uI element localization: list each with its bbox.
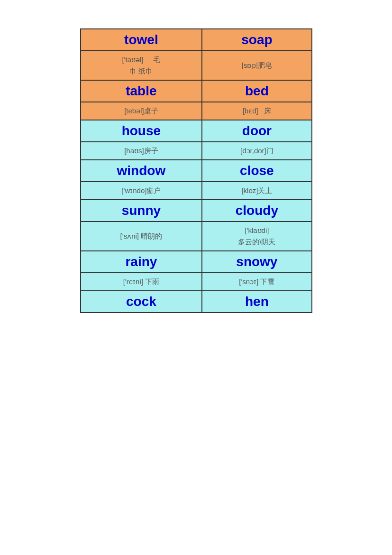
word-cell-left: towel [81, 29, 202, 51]
phonetic-cell-left: ['reɪni] 下雨 [81, 273, 202, 291]
phonetic-cell-right: [bɛd] 床 [202, 102, 311, 120]
word-cell-right: close [202, 160, 311, 182]
word-cell-left: cock [81, 291, 202, 313]
phonetic-cell-right: [sɒp]肥皂 [202, 51, 311, 80]
word-cell-right: door [202, 120, 311, 142]
word-cell-right: bed [202, 80, 311, 102]
word-cell-right: cloudy [202, 200, 311, 222]
phonetic-cell-left: ['sʌni] 晴朗的 [81, 222, 202, 251]
word-cell-left: window [81, 160, 202, 182]
word-cell-right: snowy [202, 251, 311, 273]
phonetic-cell-right: ['klaʊdi]多云的\阴天 [202, 222, 311, 251]
phonetic-cell-right: [kloz]关上 [202, 182, 311, 200]
word-cell-left: rainy [81, 251, 202, 273]
phonetic-cell-right: ['snɔɪ] 下雪 [202, 273, 311, 291]
vocabulary-table: towel soap ['taʊəl] 毛巾 纸巾 [sɒp]肥皂 table … [80, 28, 312, 313]
phonetic-cell-left: [haʊs]房子 [81, 142, 202, 160]
phonetic-cell-left: ['wɪndo]窗户 [81, 182, 202, 200]
word-cell-left: table [81, 80, 202, 102]
phonetic-cell-left: ['taʊəl] 毛巾 纸巾 [81, 51, 202, 80]
phonetic-cell-left: [tebəl]桌子 [81, 102, 202, 120]
phonetic-cell-right: [dɔr,dor]门 [202, 142, 311, 160]
word-cell-left: sunny [81, 200, 202, 222]
word-cell-right: soap [202, 29, 311, 51]
word-cell-right: hen [202, 291, 311, 313]
word-cell-left: house [81, 120, 202, 142]
